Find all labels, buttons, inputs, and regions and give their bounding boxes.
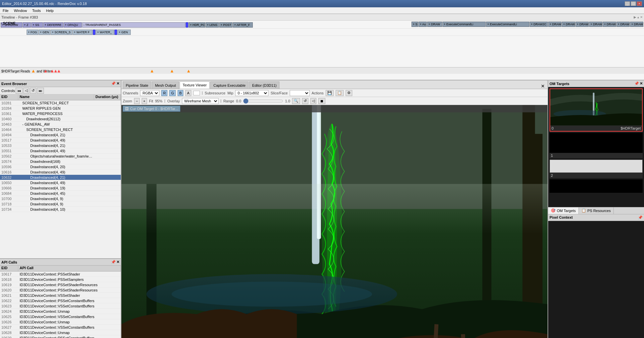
- timeline-block-au[interactable]: + Au: [418, 22, 427, 27]
- timeline-block-fog[interactable]: + FOG: [27, 30, 38, 35]
- event-row[interactable]: 10460 DrawIndexed(26112): [0, 116, 121, 122]
- event-row[interactable]: 10684 DrawInstanced(4, 45): [0, 191, 121, 196]
- om-target-item-0[interactable]: 0 $HDRTarget: [550, 88, 643, 132]
- event-row[interactable]: 10574 DrawIndexed(168): [0, 159, 121, 164]
- api-row[interactable]: 10621 ID3D11DeviceContext::VSSetShader: [0, 293, 121, 298]
- timeline-block-draw1[interactable]: + DRAW: [427, 22, 442, 27]
- event-row[interactable]: 10616 DrawInstanced(4, 49): [0, 169, 121, 175]
- event-row[interactable]: 10596 DrawInstanced(4, 20): [0, 164, 121, 169]
- menu-help[interactable]: Help: [45, 8, 55, 13]
- menu-window[interactable]: Window: [13, 8, 28, 13]
- event-row[interactable]: 10281 SCREEN_STRETCH_RECT: [0, 100, 121, 106]
- om-target-item-2[interactable]: 2: [550, 160, 643, 178]
- api-row[interactable]: 10620 ID3D11DeviceContext::PSSetShaderRe…: [0, 287, 121, 293]
- channel-b-button[interactable]: B: [178, 90, 183, 96]
- om-target-item-1[interactable]: 1: [550, 133, 643, 158]
- timeline-block-transparent[interactable]: - TRANSPARENT_PASSES: [82, 22, 185, 28]
- api-row[interactable]: 10619 ID3D11DeviceContext::PSSetShaderRe…: [0, 282, 121, 287]
- tab-pipeline-state[interactable]: Pipeline State: [123, 81, 151, 89]
- timeline-block-s[interactable]: + S: [411, 22, 418, 27]
- api-row[interactable]: 10618 ID3D11DeviceContext::PSSetSamplers: [0, 277, 121, 282]
- timeline-block-draw3[interactable]: + DRAW: [548, 22, 562, 27]
- event-row[interactable]: 10551 DrawInstanced(4, 49): [0, 148, 121, 154]
- timeline-block-draw7[interactable]: + DRAW: [603, 22, 616, 27]
- viewport-tab-current[interactable]: 🖼 Cur OM Target 0 - $HDRTar...: [123, 106, 180, 112]
- zoom-back-button[interactable]: ◁: [310, 98, 316, 104]
- api-row[interactable]: 10625 ID3D11DeviceContext::VSSetConstant…: [0, 314, 121, 319]
- close-texture-viewer[interactable]: ✕: [541, 83, 545, 89]
- channel-r-button[interactable]: R: [161, 90, 167, 96]
- api-row[interactable]: 10622 ID3D11DeviceContext::PSSetConstant…: [0, 298, 121, 303]
- event-row[interactable]: 10533 DrawInstanced(4, 21): [0, 143, 121, 148]
- channel-g-button[interactable]: G: [169, 90, 176, 96]
- timeline-block-hdr[interactable]: + HDR_PC: [189, 22, 205, 28]
- tab-capture-executable[interactable]: Capture Executable: [210, 81, 248, 89]
- event-row[interactable]: 10700 DrawInstanced(4, 9): [0, 196, 121, 201]
- slice-select[interactable]: [290, 90, 310, 96]
- om-target-item-3[interactable]: [550, 179, 643, 193]
- timeline-block-lens[interactable]: + LENS: [206, 22, 219, 28]
- timeline-block-z[interactable]: + Z: [23, 22, 31, 28]
- api-row[interactable]: 10629 ID3D11DeviceContext::PSSetConstant…: [0, 335, 121, 338]
- timeline-block-screens[interactable]: + SCREEN_S: [51, 30, 72, 35]
- timeline-block-water2[interactable]: + WATER_: [96, 30, 114, 35]
- tab-editor-d3d11[interactable]: Editor (D3D11): [249, 81, 279, 89]
- timeline-block-afterf[interactable]: + AFTER_F: [233, 22, 253, 28]
- api-row[interactable]: 10624 ID3D11DeviceContext::Unmap: [0, 309, 121, 314]
- event-row[interactable]: 10361 WATER_PREPROCESS: [0, 111, 121, 116]
- copy-texture-button[interactable]: 📋: [336, 90, 344, 96]
- maximize-button[interactable]: □: [631, 1, 636, 6]
- timeline-block-draw9[interactable]: + DRAW: [630, 22, 643, 27]
- save-texture-button[interactable]: 💾: [326, 90, 334, 96]
- event-next-button[interactable]: ⏭: [37, 88, 44, 94]
- range-slider[interactable]: [243, 99, 283, 103]
- timeline-block-draw4[interactable]: + DRAW: [562, 22, 575, 27]
- event-row[interactable]: 10650 DrawInstanced(4, 49): [0, 180, 121, 185]
- options-texture-button[interactable]: ⚙: [346, 90, 352, 96]
- timeline-block-gen2[interactable]: + GEN: [117, 30, 131, 35]
- menu-file[interactable]: File: [1, 8, 10, 13]
- api-row[interactable]: 10627 ID3D11DeviceContext::VSSetConstant…: [0, 325, 121, 330]
- api-row[interactable]: 10628 ID3D11DeviceContext::Unmap: [0, 330, 121, 335]
- zoom-reset-button[interactable]: ↺: [302, 98, 308, 104]
- timeline-block-gen1[interactable]: + GEN: [39, 30, 50, 35]
- event-back-button[interactable]: ◁: [23, 88, 29, 94]
- event-row[interactable]: 10463 - GENERAL_AW: [0, 122, 121, 127]
- timeline-block-draw2c[interactable]: + DRAW2C: [530, 22, 548, 27]
- api-row[interactable]: 10626 ID3D11DeviceContext::Unmap: [0, 319, 121, 325]
- timeline-block-draw5[interactable]: + DRAW: [575, 22, 589, 27]
- menu-tools[interactable]: Tools: [31, 8, 42, 13]
- zoom-plus-button[interactable]: +: [142, 98, 147, 104]
- om-tab-resources[interactable]: 📋 PS Resources: [579, 207, 614, 214]
- timeline-block-draw6[interactable]: + DRAW: [589, 22, 602, 27]
- overlay-select[interactable]: Wireframe Mesh: [182, 98, 219, 104]
- event-row[interactable]: 10494 DrawInstanced(4, 21): [0, 132, 121, 138]
- api-row[interactable]: 10617 ID3D11DeviceContext::PSSetShader: [0, 272, 121, 277]
- om-tab-targets[interactable]: 🎯 OM Targets: [548, 207, 579, 214]
- zoom-stop-button[interactable]: ⏹: [318, 98, 325, 104]
- close-button[interactable]: ×: [637, 1, 642, 6]
- event-row[interactable]: 10718 DrawInstanced(4, 9): [0, 201, 121, 207]
- event-row[interactable]: 10517 DrawInstanced(4, 49): [0, 138, 121, 143]
- event-row[interactable]: 10284 WATER RIPPLES GEN: [0, 106, 121, 111]
- event-row[interactable]: 10464 SCREEN_STRETCH_RECT: [0, 127, 121, 132]
- channel-a-button[interactable]: A: [185, 90, 191, 96]
- close-event-browser[interactable]: ✕: [116, 81, 119, 86]
- timeline-block-ss[interactable]: + SS: [31, 22, 43, 28]
- zoom-minus-button[interactable]: −: [134, 98, 139, 104]
- tab-mesh-output[interactable]: Mesh Output: [152, 81, 179, 89]
- tab-texture-viewer[interactable]: Texture Viewer: [180, 81, 210, 89]
- event-row[interactable]: 10666 DrawInstanced(4, 19): [0, 185, 121, 191]
- timeline-block-draw8[interactable]: + DRAW: [616, 22, 630, 27]
- event-refresh-button[interactable]: ↺: [30, 88, 36, 94]
- timeline-block-deferre[interactable]: + DEFERRE: [43, 22, 63, 28]
- mip-select[interactable]: 0 - 1661x802: [235, 90, 268, 96]
- timeline-block-exec2[interactable]: + ExecuteCommandLi: [486, 22, 529, 27]
- event-row[interactable]: 10632 DrawInstanced(4, 21): [0, 175, 121, 180]
- timeline-block-opaqu[interactable]: + OPAQU: [64, 22, 82, 28]
- channels-select[interactable]: RGBA: [140, 90, 159, 96]
- close-api-panel[interactable]: ✕: [116, 260, 119, 264]
- minimize-button[interactable]: _: [625, 1, 630, 6]
- api-row[interactable]: 10623 ID3D11DeviceContext::VSSetConstant…: [0, 303, 121, 309]
- timeline-block-exec1[interactable]: + ExecuteCommandLi: [442, 22, 486, 27]
